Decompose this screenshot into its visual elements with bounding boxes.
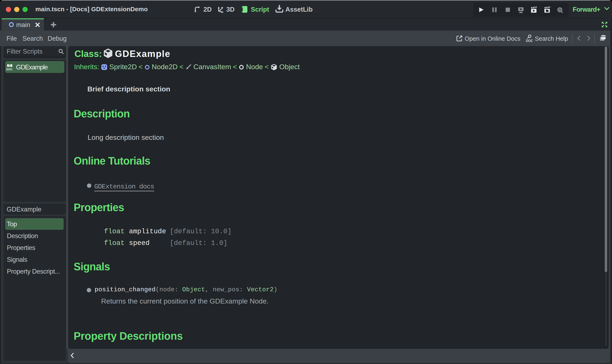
svg-text:DOC: DOC [526,39,533,43]
svg-text:DOC: DOC [6,68,13,70]
